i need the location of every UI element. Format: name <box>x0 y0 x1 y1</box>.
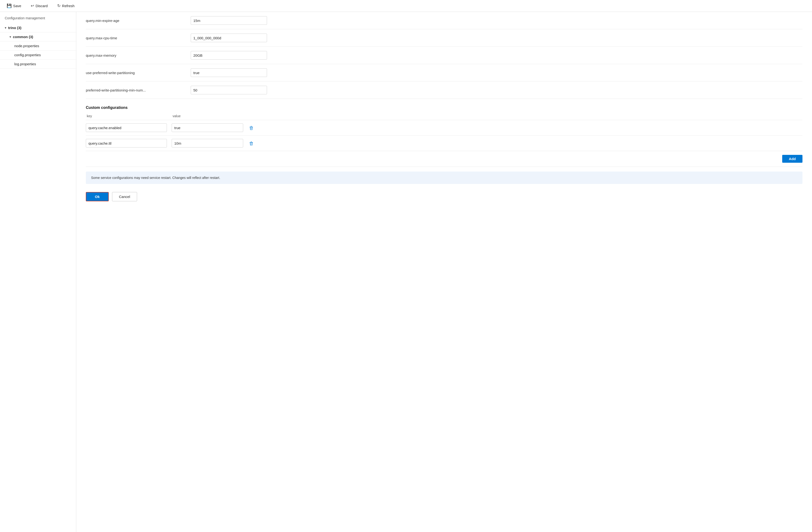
custom-key-input-1[interactable] <box>86 139 167 147</box>
custom-row-1 <box>86 136 802 151</box>
chevron-trino-icon: ▾ <box>5 26 6 30</box>
sidebar-item-config-properties-label: config.properties <box>14 53 41 57</box>
config-input-1[interactable] <box>191 34 267 42</box>
refresh-label: Refresh <box>62 4 75 8</box>
custom-key-input-0[interactable] <box>86 123 167 132</box>
config-row-3: use-preferred-write-partitioning <box>86 64 802 82</box>
custom-row-0 <box>86 120 802 136</box>
config-label-4: preferred-write-partitioning-min-num... <box>86 88 186 92</box>
save-icon: 💾 <box>7 3 12 8</box>
sidebar-item-common[interactable]: ▾ common (3) <box>0 32 76 42</box>
sidebar-title: Configuration management <box>0 12 76 23</box>
config-input-2[interactable] <box>191 51 267 60</box>
config-label-0: query.min-expire-age <box>86 18 186 23</box>
toolbar: 💾 Save ↩ Discard ↻ Refresh <box>0 0 812 12</box>
svg-rect-1 <box>251 126 252 127</box>
custom-header-key: key <box>86 114 167 118</box>
trash-icon-1 <box>249 141 253 146</box>
custom-value-input-1[interactable] <box>172 139 243 147</box>
config-input-0[interactable] <box>191 16 267 25</box>
refresh-button[interactable]: ↻ Refresh <box>55 2 76 9</box>
ok-button[interactable]: Ok <box>86 192 109 201</box>
discard-label: Discard <box>35 4 48 8</box>
custom-value-input-0[interactable] <box>172 123 243 132</box>
trash-icon-0 <box>249 125 253 130</box>
dialog-footer: Ok Cancel <box>86 189 802 201</box>
sidebar: Configuration management ▾ trino (3) ▾ c… <box>0 12 76 532</box>
config-row-4: preferred-write-partitioning-min-num... <box>86 82 802 99</box>
sidebar-item-config-properties[interactable]: config.properties <box>0 50 76 60</box>
custom-header-value: value <box>172 114 243 118</box>
add-button[interactable]: Add <box>782 155 802 163</box>
discard-icon: ↩ <box>31 3 34 8</box>
main-layout: Configuration management ▾ trino (3) ▾ c… <box>0 12 812 532</box>
config-label-2: query.max-memory <box>86 53 186 57</box>
config-label-3: use-preferred-write-partitioning <box>86 71 186 75</box>
custom-header: key value <box>86 114 802 120</box>
refresh-icon: ↻ <box>57 3 60 8</box>
sidebar-item-trino-label: trino (3) <box>8 26 21 30</box>
custom-section-title: Custom configurations <box>86 105 802 110</box>
config-row-1: query.max-cpu-time <box>86 29 802 47</box>
sidebar-item-node-properties[interactable]: node.properties <box>0 42 76 50</box>
sidebar-item-node-properties-label: node.properties <box>14 44 39 48</box>
svg-rect-0 <box>250 127 253 127</box>
config-input-4[interactable] <box>191 86 267 94</box>
info-notice: Some service configurations may need ser… <box>86 172 802 184</box>
save-button[interactable]: 💾 Save <box>5 2 23 9</box>
config-row-2: query.max-memory <box>86 47 802 64</box>
sidebar-item-common-label: common (3) <box>13 35 33 39</box>
config-input-3[interactable] <box>191 69 267 77</box>
svg-rect-4 <box>250 142 253 143</box>
chevron-common-icon: ▾ <box>10 35 11 39</box>
delete-row-0-button[interactable] <box>248 124 255 131</box>
cancel-button[interactable]: Cancel <box>112 192 137 201</box>
sidebar-item-log-properties-label: log.properties <box>14 62 36 66</box>
add-btn-row: Add <box>86 151 802 167</box>
sidebar-item-log-properties[interactable]: log.properties <box>0 60 76 69</box>
save-label: Save <box>13 4 21 8</box>
config-row-0: query.min-expire-age <box>86 12 802 29</box>
sidebar-item-trino[interactable]: ▾ trino (3) <box>0 23 76 32</box>
content-panel: query.min-expire-age query.max-cpu-time … <box>76 12 812 532</box>
config-label-1: query.max-cpu-time <box>86 36 186 40</box>
delete-row-1-button[interactable] <box>248 139 255 147</box>
svg-rect-5 <box>251 142 252 142</box>
discard-button[interactable]: ↩ Discard <box>29 2 49 9</box>
